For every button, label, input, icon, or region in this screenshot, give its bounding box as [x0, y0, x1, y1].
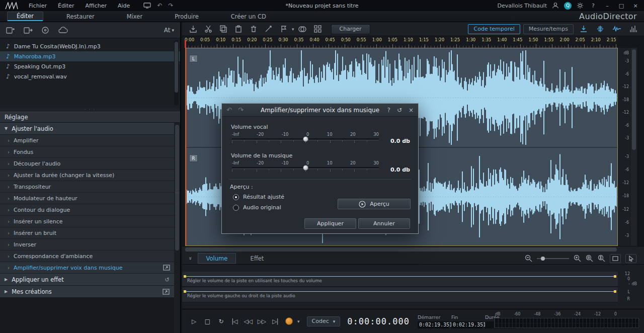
end-value[interactable]: 0:02:19.351: [451, 321, 482, 328]
volume-line[interactable]: [184, 276, 616, 277]
spectral-view-icon[interactable]: [626, 24, 640, 35]
tab-volume[interactable]: Volume: [198, 253, 236, 264]
library-file-item[interactable]: ♪ Mahoroba.mp3: [0, 51, 180, 61]
balance-keyframe[interactable]: [184, 290, 186, 293]
playhead-line[interactable]: [186, 48, 187, 245]
settings-tree-scrollbar[interactable]: ····: [174, 123, 180, 333]
section-mes-creations[interactable]: ▶ Mes créations: [0, 286, 174, 298]
copy-icon[interactable]: [216, 24, 230, 35]
tree-item[interactable]: › Correspondance d'ambiance: [0, 251, 174, 262]
balance-keyframe[interactable]: [614, 290, 616, 293]
import-to-track-icon[interactable]: [186, 24, 200, 35]
option-original-audio[interactable]: Audio original: [233, 204, 281, 211]
tab-creer-cd[interactable]: Créer un CD: [222, 13, 275, 21]
music-volume-slider[interactable]: -Inf-20-100102030: [232, 160, 379, 171]
vocal-volume-slider[interactable]: -Inf-20-100102030: [232, 132, 379, 142]
stop-button[interactable]: □: [202, 316, 213, 326]
play-button[interactable]: ▷: [188, 316, 199, 326]
tree-item[interactable]: › Découper l'audio: [0, 158, 174, 170]
import-media-icon[interactable]: [6, 26, 15, 34]
vertical-scrollbar[interactable]: [631, 48, 637, 246]
paste-icon[interactable]: [231, 24, 245, 35]
waveform-view-icon[interactable]: [610, 24, 623, 35]
tab-restaurer[interactable]: Restaurer: [57, 13, 104, 21]
snap-grid-icon[interactable]: [593, 24, 607, 35]
tree-item[interactable]: › Insérer un bruit: [0, 227, 174, 239]
start-value[interactable]: 0:02:19.351: [418, 321, 449, 328]
collapse-panel-icon[interactable]: »: [185, 254, 196, 263]
section-appliquer-effet[interactable]: ▶ Appliquer un effet ↺: [0, 274, 174, 286]
mesure-temps-toggle[interactable]: Mesure/temps: [523, 24, 574, 34]
open-panel-icon[interactable]: [163, 289, 170, 295]
redo-icon[interactable]: ↷: [168, 2, 173, 9]
export-media-icon[interactable]: [24, 26, 33, 34]
volume-keyframe[interactable]: [614, 275, 616, 278]
vocal-slider-handle[interactable]: [303, 136, 308, 142]
minimize-button[interactable]: –: [603, 3, 612, 9]
zoom-slider[interactable]: [537, 258, 569, 259]
menu-fichier[interactable]: Fichier: [23, 3, 52, 9]
go-to-start-button[interactable]: |◁: [229, 316, 240, 326]
tree-item[interactable]: › Amplifier/supprimer voix dans musique: [0, 262, 174, 274]
panel-splitter[interactable]: · · ·: [0, 108, 180, 112]
dialog-title-bar[interactable]: ↶ ↷ Amplifier/supprimer voix dans musiqu…: [222, 104, 418, 117]
forward-button[interactable]: ▷▷: [256, 316, 267, 326]
cancel-button[interactable]: Annuler: [358, 218, 410, 229]
zoom-out-icon[interactable]: [525, 255, 532, 262]
delete-icon[interactable]: [247, 24, 260, 35]
apply-button[interactable]: Appliquer: [304, 218, 356, 229]
timeline-ruler[interactable]: 0:000:050:100:150:200:250:300:350:400:45…: [182, 36, 618, 48]
charger-button[interactable]: Charger: [331, 24, 370, 34]
snap-playhead-icon[interactable]: [577, 24, 590, 35]
menu-aide[interactable]: Aide: [112, 3, 135, 9]
tree-item[interactable]: › Ajuster la durée (changer la vitesse): [0, 170, 174, 181]
library-file-item[interactable]: ♪ Dame Tu Cosita(WebDJ.In).mp3: [0, 41, 180, 51]
music-slider-handle[interactable]: [303, 165, 308, 171]
tree-item[interactable]: › Amplifier: [0, 135, 174, 146]
tab-mixer[interactable]: Mixer: [118, 13, 151, 21]
volume-keyframe-rail[interactable]: Régler le volume de la piste en utilisan…: [182, 272, 618, 287]
zoom-vertical-icon[interactable]: [598, 255, 605, 262]
capture-icon[interactable]: [143, 3, 151, 9]
undo-icon[interactable]: ↶: [157, 2, 162, 9]
volume-keyframe[interactable]: [184, 275, 186, 278]
preview-icon[interactable]: [41, 26, 50, 34]
menu-afficher[interactable]: Afficher: [80, 3, 112, 9]
cut-icon[interactable]: [201, 24, 215, 35]
tree-item[interactable]: › Transpositeur: [0, 181, 174, 193]
menu-editer[interactable]: Éditer: [52, 3, 80, 9]
marker-dropdown-icon[interactable]: ▾: [292, 27, 294, 32]
library-file-item[interactable]: ♪ vocal_removal.wav: [0, 71, 180, 81]
codec-button[interactable]: Codec ▾: [307, 316, 341, 326]
record-button[interactable]: [285, 317, 293, 325]
text-to-speech-button[interactable]: At ▾: [164, 27, 174, 34]
tree-item[interactable]: › Inverser: [0, 239, 174, 251]
history-return-icon[interactable]: ↺: [165, 276, 170, 283]
dialog-reset-icon[interactable]: ↺: [397, 107, 402, 114]
dialog-close-icon[interactable]: ×: [409, 107, 414, 114]
playhead-marker[interactable]: [185, 40, 186, 48]
cloud-icon[interactable]: [58, 27, 68, 34]
help-icon[interactable]: ?: [589, 3, 598, 9]
user-icon[interactable]: [552, 2, 559, 9]
tree-item[interactable]: › Contour du dialogue: [0, 204, 174, 216]
dialog-help-icon[interactable]: ?: [387, 107, 390, 114]
open-panel-icon[interactable]: [163, 265, 170, 271]
loop-button[interactable]: ↻: [215, 316, 226, 326]
close-button[interactable]: ×: [631, 3, 640, 9]
code-temporel-toggle[interactable]: Code temporel: [468, 24, 520, 34]
balance-line[interactable]: [184, 291, 616, 292]
file-list-scrollbar[interactable]: [174, 40, 179, 106]
radio-unselected-icon[interactable]: [233, 205, 239, 211]
dialog-back-icon[interactable]: ↶: [226, 106, 232, 114]
tab-effet[interactable]: Effet: [238, 253, 276, 264]
record-options-icon[interactable]: ▾: [297, 319, 300, 324]
tree-item[interactable]: › Insérer un silence: [0, 216, 174, 227]
go-to-end-button[interactable]: ▷|: [270, 316, 281, 326]
tree-item[interactable]: › Fondus: [0, 146, 174, 158]
tab-produire[interactable]: Produire: [166, 13, 208, 21]
maximize-button[interactable]: □: [617, 3, 626, 9]
trim-icon[interactable]: [262, 24, 275, 35]
library-file-item[interactable]: ♪ Speaking Out.mp3: [0, 61, 180, 71]
select-tool-icon[interactable]: [625, 254, 636, 263]
